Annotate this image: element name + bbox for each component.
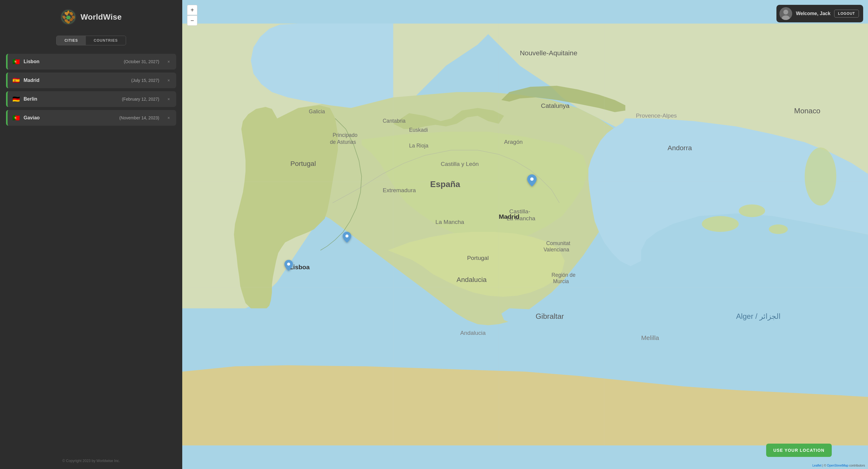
svg-text:Madrid: Madrid [499,213,520,220]
svg-text:Andorra: Andorra [668,144,692,152]
svg-text:La Rioja: La Rioja [409,143,429,149]
city-name-gaviao: Gaviao [24,115,116,121]
map-attribution: Leaflet | © OpenStreetMap contributors [812,464,865,467]
svg-text:Galicia: Galicia [309,108,325,115]
svg-point-7 [805,148,837,206]
osm-link[interactable]: OpenStreetMap [827,464,848,467]
city-item-lisbon[interactable]: 🇵🇹 Lisbon (October 31, 2027) × [6,54,176,69]
city-date-madrid: (July 15, 2027) [131,78,159,83]
map-container: España Portugal Andalucia Gibraltar Alge… [182,0,868,469]
zoom-out-button[interactable]: − [187,15,197,26]
svg-text:Murcia: Murcia [553,278,569,284]
svg-text:Andalucia: Andalucia [457,276,487,283]
svg-point-5 [739,205,765,217]
city-name-berlin: Berlin [24,96,118,102]
sidebar: WorldWise CITIES COUNTRIES 🇵🇹 Lisbon (Oc… [0,0,182,469]
svg-point-44 [287,262,290,265]
svg-text:Provence-Alpes: Provence-Alpes [636,113,677,119]
svg-text:Castilla y León: Castilla y León [441,161,479,167]
marker-lisbon[interactable] [284,260,293,272]
leaflet-link[interactable]: Leaflet [812,464,822,467]
city-item-berlin[interactable]: 🇩🇪 Berlin (February 12, 2027) × [6,91,176,107]
flag-gaviao: 🇵🇹 [12,114,20,122]
delete-madrid[interactable]: × [166,77,172,84]
city-item-madrid[interactable]: 🇪🇸 Madrid (July 15, 2027) × [6,72,176,88]
svg-point-6 [769,224,788,234]
svg-text:España: España [430,180,460,189]
map-svg: España Portugal Andalucia Gibraltar Alge… [182,0,868,469]
delete-gaviao[interactable]: × [166,115,172,121]
svg-text:Aragón: Aragón [504,139,523,145]
svg-point-46 [345,234,348,238]
svg-text:Melilla: Melilla [641,334,659,341]
delete-berlin[interactable]: × [166,96,172,102]
city-list: 🇵🇹 Lisbon (October 31, 2027) × 🇪🇸 Madrid… [6,54,176,453]
svg-text:Cantabria: Cantabria [383,118,406,124]
marker-madrid[interactable] [527,175,537,188]
city-date-lisbon: (October 31, 2027) [124,59,159,64]
svg-text:Extremadura: Extremadura [383,187,416,193]
svg-text:Catalunya: Catalunya [541,102,570,109]
svg-text:Portugal: Portugal [290,160,316,167]
tab-cities[interactable]: CITIES [57,36,86,45]
avatar [779,7,792,20]
svg-text:Principado: Principado [333,132,358,138]
copyright: © Copyright 2023 by Worldwise Inc. [62,453,120,463]
user-header: Welcome, Jack LOGOUT [776,5,863,22]
svg-text:Nouvelle-Aquitaine: Nouvelle-Aquitaine [520,49,577,57]
svg-text:Alger / الجزائر: Alger / الجزائر [736,312,781,321]
svg-point-48 [783,10,788,14]
svg-point-4 [702,216,739,232]
svg-text:de Asturias: de Asturias [330,139,356,145]
welcome-text: Welcome, Jack [796,11,830,16]
svg-point-45 [530,177,534,181]
svg-text:Portugal: Portugal [467,255,489,261]
flag-lisbon: 🇵🇹 [12,58,20,65]
tab-countries[interactable]: COUNTRIES [86,36,126,45]
svg-text:Andalucia: Andalucia [460,330,486,336]
city-item-gaviao[interactable]: 🇵🇹 Gaviao (November 14, 2023) × [6,110,176,126]
city-name-madrid: Madrid [24,78,128,83]
city-date-berlin: (February 12, 2027) [122,97,159,101]
logout-button[interactable]: LOGOUT [834,10,859,18]
svg-text:Monaco: Monaco [794,107,820,115]
svg-text:La Mancha: La Mancha [435,219,464,225]
city-date-gaviao: (November 14, 2023) [119,116,159,120]
svg-text:Valenciana: Valenciana [544,247,569,253]
city-name-lisbon: Lisbon [24,59,120,64]
use-location-button[interactable]: USE YOUR LOCATION [766,444,832,457]
marker-gaviao[interactable] [343,232,351,244]
zoom-controls: + − [187,5,197,26]
zoom-in-button[interactable]: + [187,5,197,15]
app-name: WorldWise [81,12,122,22]
delete-lisbon[interactable]: × [166,59,172,65]
map-background[interactable]: España Portugal Andalucia Gibraltar Alge… [182,0,868,469]
svg-text:Comunitat: Comunitat [546,240,570,246]
flag-madrid: 🇪🇸 [12,77,20,84]
tab-bar: CITIES COUNTRIES [56,36,126,45]
globe-icon [60,9,76,25]
logo-area: WorldWise [60,9,122,25]
svg-text:Región de: Región de [552,272,576,278]
svg-text:Gibraltar: Gibraltar [535,312,564,320]
flag-berlin: 🇩🇪 [12,95,20,103]
svg-text:Euskadi: Euskadi [409,127,428,133]
